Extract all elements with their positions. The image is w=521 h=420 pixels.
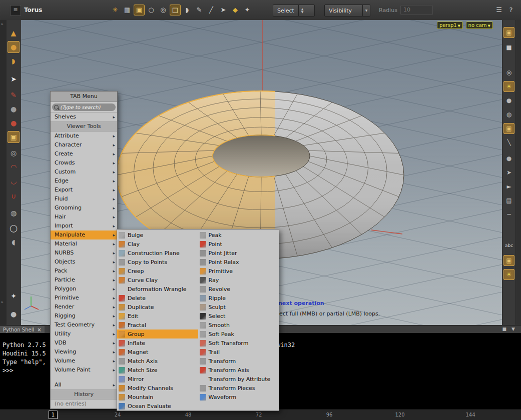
- right-pane-splitter[interactable]: [515, 20, 521, 325]
- brush-select-icon[interactable]: ✎: [194, 4, 205, 16]
- pane-menu-icon[interactable]: ▼: [511, 326, 515, 332]
- tab-menu-item-character[interactable]: Character▸: [51, 140, 117, 150]
- tab-menu-item-all[interactable]: All ▸: [51, 380, 117, 390]
- submenu-item-creep[interactable]: Creep: [117, 266, 198, 276]
- twist-tool-icon[interactable]: ◡: [8, 175, 20, 187]
- search-input[interactable]: (Type to search): [52, 104, 116, 111]
- chevron-down-icon[interactable]: ▼: [362, 5, 370, 16]
- submenu-item-mountain[interactable]: Mountain: [117, 392, 198, 402]
- tab-menu-item-nurbs[interactable]: NURBS▸: [51, 248, 117, 258]
- edit-tool-icon[interactable]: ▣: [8, 131, 20, 143]
- submenu-item-group[interactable]: Group: [117, 330, 198, 338]
- tube-tool-icon[interactable]: ▲: [8, 27, 20, 39]
- rings-tool-icon[interactable]: ◎: [8, 147, 20, 159]
- submenu-item-modify-channels[interactable]: Modify Channels: [117, 384, 198, 392]
- lock-icon[interactable]: ■: [503, 42, 514, 53]
- submenu-item-edit[interactable]: Edit: [117, 312, 198, 320]
- view-layout-icon[interactable]: ▣: [503, 27, 514, 38]
- submenu-item-curve-clay[interactable]: Curve Clay: [117, 276, 198, 284]
- tab-menu-item-render[interactable]: Render▸: [51, 302, 117, 312]
- tab-menu-item-test-geometry[interactable]: Test Geometry▸: [51, 320, 117, 330]
- lattice-tool-icon[interactable]: ◍: [8, 207, 20, 219]
- smooth-tool-icon[interactable]: ◖: [8, 236, 20, 248]
- magnet-tool-icon[interactable]: ∪: [8, 190, 20, 202]
- comb-tool-icon[interactable]: ●: [8, 117, 20, 129]
- tab-menu-item-shelves[interactable]: Shelves ▸: [51, 112, 117, 122]
- tab-menu-item-export[interactable]: Export▸: [51, 186, 117, 194]
- visibility-dropdown[interactable]: Visibility ▼: [324, 4, 370, 16]
- snap-points-icon[interactable]: ▣: [134, 4, 145, 16]
- laser-select-icon[interactable]: ╱: [206, 4, 217, 16]
- submenu-item-smooth[interactable]: Smooth: [198, 320, 279, 330]
- submenu-item-ripple[interactable]: Ripple: [198, 294, 279, 302]
- select-arrow-icon[interactable]: ➤: [8, 73, 20, 85]
- render-view-icon[interactable]: ▣: [503, 255, 514, 266]
- persp-view-chip[interactable]: persp1▼: [437, 22, 463, 29]
- submenu-item-transform-pieces[interactable]: Transform Pieces: [198, 384, 279, 392]
- submenu-item-soft-transform[interactable]: Soft Transform: [198, 338, 279, 348]
- paint-tool-icon[interactable]: ✎: [8, 89, 20, 101]
- tab-menu-item-volume[interactable]: Volume▸: [51, 356, 117, 366]
- select-mode-icon[interactable]: ➤: [218, 4, 229, 16]
- tab-menu-item-viewing[interactable]: Viewing▸: [51, 348, 117, 356]
- pose-lib-icon[interactable]: ◍: [503, 109, 514, 120]
- light-toggle-icon[interactable]: ☀: [503, 269, 514, 280]
- hand-tool-icon[interactable]: ✦: [8, 290, 20, 302]
- tab-menu-item-create[interactable]: Create▸: [51, 150, 117, 158]
- tab-menu-item-vdb[interactable]: VDB▸: [51, 338, 117, 348]
- submenu-item-magnet[interactable]: Magnet: [117, 348, 198, 356]
- submenu-item-point[interactable]: Point: [198, 240, 279, 248]
- submenu-item-ocean-evaluate[interactable]: Ocean Evaluate: [117, 402, 198, 410]
- pane-maximize-icon[interactable]: ■: [502, 326, 507, 332]
- link-order-icon[interactable]: ☰: [493, 4, 504, 16]
- tab-menu-item-pack[interactable]: Pack▸: [51, 266, 117, 276]
- pose-icon[interactable]: ●: [503, 95, 514, 106]
- tab-menu-item-hair[interactable]: Hair▸: [51, 212, 117, 222]
- flag-icon[interactable]: ►: [503, 181, 514, 192]
- submenu-item-point-relax[interactable]: Point Relax: [198, 258, 279, 266]
- secure-selection-icon[interactable]: ◆: [230, 4, 241, 16]
- submenu-item-duplicate[interactable]: Duplicate: [117, 302, 198, 312]
- submenu-item-construction-plane[interactable]: Construction Plane: [117, 248, 198, 258]
- eye-icon[interactable]: ◎: [503, 67, 514, 78]
- submenu-item-select[interactable]: Select: [198, 312, 279, 320]
- tab-menu-item-particle[interactable]: Particle▸: [51, 276, 117, 284]
- select-script-icon[interactable]: ✦: [242, 4, 253, 16]
- tab-menu-item-import[interactable]: Import▸: [51, 222, 117, 230]
- marquee-select-icon[interactable]: □: [170, 4, 181, 16]
- dot-icon[interactable]: ●: [503, 153, 514, 164]
- flatten-tool-icon[interactable]: ◗: [8, 55, 20, 67]
- sculpt-tool-icon[interactable]: ●: [8, 103, 20, 115]
- ruler-icon[interactable]: ▤: [503, 195, 514, 206]
- tab-menu-item-utility[interactable]: Utility▸: [51, 330, 117, 338]
- minus-icon[interactable]: ─: [503, 209, 514, 220]
- snap-multi-icon[interactable]: ✳: [110, 4, 121, 16]
- snapshot-icon[interactable]: ▣: [503, 123, 514, 134]
- tab-menu-item-manipulate[interactable]: Manipulate▸: [51, 230, 117, 240]
- close-icon[interactable]: ×: [37, 326, 41, 334]
- select-mode-dropdown[interactable]: Select ▲▼: [273, 4, 315, 16]
- eraser-tool-icon[interactable]: ●: [8, 308, 20, 320]
- tab-menu-item-crowds[interactable]: Crowds▸: [51, 158, 117, 168]
- submenu-item-ray[interactable]: Ray: [198, 276, 279, 284]
- pen-slash-icon[interactable]: ╲: [503, 137, 514, 148]
- tab-menu-item-grooming[interactable]: Grooming▸: [51, 204, 117, 212]
- bend-tool-icon[interactable]: ◠: [8, 161, 20, 173]
- tab-menu-item-attribute[interactable]: Attribute▸: [51, 132, 117, 140]
- tab-menu-item-objects[interactable]: Objects▸: [51, 258, 117, 266]
- submenu-item-primitive[interactable]: Primitive: [198, 266, 279, 276]
- tab-menu-item-rigging[interactable]: Rigging▸: [51, 312, 117, 320]
- submenu-item-sculpt[interactable]: Sculpt: [198, 302, 279, 312]
- sphere-tool-icon[interactable]: ●: [8, 41, 20, 53]
- submenu-item-fractal[interactable]: Fractal: [117, 320, 198, 330]
- submenu-item-match-size[interactable]: Match Size: [117, 366, 198, 374]
- submenu-item-transform-axis[interactable]: Transform Axis: [198, 366, 279, 374]
- app-menu-icon[interactable]: ≡: [10, 5, 21, 16]
- help-icon[interactable]: ?: [505, 4, 516, 16]
- abc-display-icon[interactable]: abc: [503, 240, 514, 251]
- lasso-select-icon[interactable]: ◗: [182, 4, 193, 16]
- camera-chip[interactable]: no cam▼: [466, 22, 493, 29]
- submenu-item-clay[interactable]: Clay: [117, 240, 198, 248]
- submenu-item-match-axis[interactable]: Match Axis: [117, 356, 198, 366]
- spinner-icon[interactable]: ▲▼: [298, 5, 306, 16]
